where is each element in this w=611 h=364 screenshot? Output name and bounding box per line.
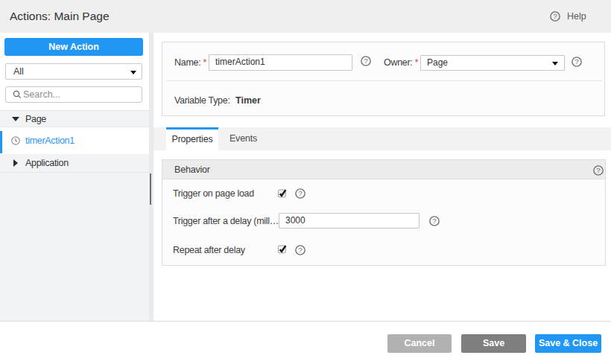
svg-text:?: ? bbox=[298, 246, 303, 254]
svg-text:?: ? bbox=[432, 217, 437, 225]
svg-text:?: ? bbox=[298, 189, 303, 197]
svg-text:?: ? bbox=[553, 12, 557, 20]
svg-text:?: ? bbox=[596, 166, 601, 174]
svg-text:?: ? bbox=[364, 57, 368, 65]
svg-text:?: ? bbox=[574, 57, 579, 66]
